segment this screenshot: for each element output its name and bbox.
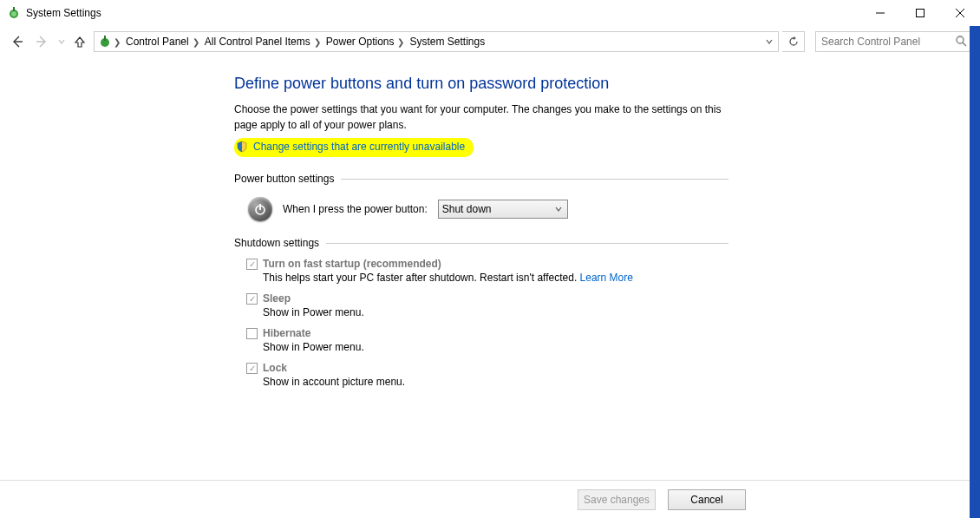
up-button[interactable] bbox=[71, 31, 88, 52]
sleep-desc: Show in Power menu. bbox=[263, 306, 728, 318]
hibernate-desc: Show in Power menu. bbox=[263, 341, 728, 353]
breadcrumb-item-all-items[interactable]: All Control Panel Items bbox=[201, 36, 312, 48]
fast-startup-checkbox[interactable]: ✓ bbox=[246, 259, 258, 270]
divider bbox=[326, 243, 728, 244]
power-button-action-select[interactable]: Shut down bbox=[438, 200, 568, 219]
lock-desc: Show in account picture menu. bbox=[263, 376, 728, 388]
forward-button[interactable] bbox=[31, 31, 52, 52]
fast-startup-desc: This helps start your PC faster after sh… bbox=[263, 272, 580, 284]
lock-label: Lock bbox=[263, 362, 287, 374]
chevron-right-icon[interactable]: ❯ bbox=[312, 37, 323, 47]
svg-line-12 bbox=[963, 43, 966, 46]
power-button-label: When I press the power button: bbox=[283, 203, 428, 215]
sleep-checkbox[interactable]: ✓ bbox=[246, 293, 258, 305]
maximize-button[interactable] bbox=[900, 0, 940, 26]
save-button[interactable]: Save changes bbox=[578, 489, 656, 510]
shield-icon bbox=[236, 141, 248, 153]
svg-point-11 bbox=[957, 36, 964, 43]
chevron-right-icon[interactable]: ❯ bbox=[112, 37, 122, 47]
svg-rect-10 bbox=[104, 36, 106, 41]
hibernate-label: Hibernate bbox=[263, 327, 310, 339]
search-input[interactable] bbox=[821, 36, 955, 48]
recent-locations-dropdown[interactable] bbox=[56, 38, 68, 45]
breadcrumb-history-dropdown[interactable] bbox=[761, 36, 778, 48]
minimize-button[interactable] bbox=[860, 0, 900, 26]
sleep-label: Sleep bbox=[263, 292, 291, 305]
breadcrumb-item-system-settings[interactable]: System Settings bbox=[406, 36, 487, 48]
window-edge-accent bbox=[970, 26, 980, 518]
power-icon bbox=[248, 197, 272, 221]
search-box[interactable] bbox=[815, 31, 973, 52]
hibernate-checkbox[interactable] bbox=[246, 328, 258, 339]
page-title: Define power buttons and turn on passwor… bbox=[234, 75, 728, 93]
chevron-down-icon bbox=[555, 205, 562, 214]
divider bbox=[341, 179, 728, 180]
close-button[interactable] bbox=[940, 0, 980, 26]
change-settings-link[interactable]: Change settings that are currently unava… bbox=[253, 141, 465, 153]
power-button-settings-header: Power button settings bbox=[234, 173, 341, 185]
chevron-right-icon[interactable]: ❯ bbox=[395, 37, 406, 47]
app-icon bbox=[7, 6, 21, 20]
svg-rect-4 bbox=[917, 10, 924, 17]
breadcrumb[interactable]: ❯ Control Panel ❯ All Control Panel Item… bbox=[94, 31, 779, 52]
lock-checkbox[interactable]: ✓ bbox=[246, 363, 258, 374]
refresh-button[interactable] bbox=[782, 31, 805, 52]
cancel-button[interactable]: Cancel bbox=[668, 489, 746, 510]
search-icon[interactable] bbox=[955, 35, 967, 49]
svg-point-2 bbox=[11, 11, 16, 16]
breadcrumb-item-power-options[interactable]: Power Options bbox=[323, 36, 396, 48]
chevron-right-icon[interactable]: ❯ bbox=[191, 37, 201, 47]
power-button-selected: Shut down bbox=[442, 203, 492, 215]
page-intro: Choose the power settings that you want … bbox=[234, 102, 728, 133]
highlight-annotation: Change settings that are currently unava… bbox=[234, 138, 474, 157]
window-title: System Settings bbox=[26, 7, 101, 19]
fast-startup-label: Turn on fast startup (recommended) bbox=[263, 258, 441, 270]
shutdown-settings-header: Shutdown settings bbox=[234, 237, 326, 249]
breadcrumb-item-control-panel[interactable]: Control Panel bbox=[122, 36, 191, 48]
back-button[interactable] bbox=[7, 31, 28, 52]
learn-more-link[interactable]: Learn More bbox=[580, 272, 633, 284]
control-panel-icon bbox=[98, 35, 112, 49]
